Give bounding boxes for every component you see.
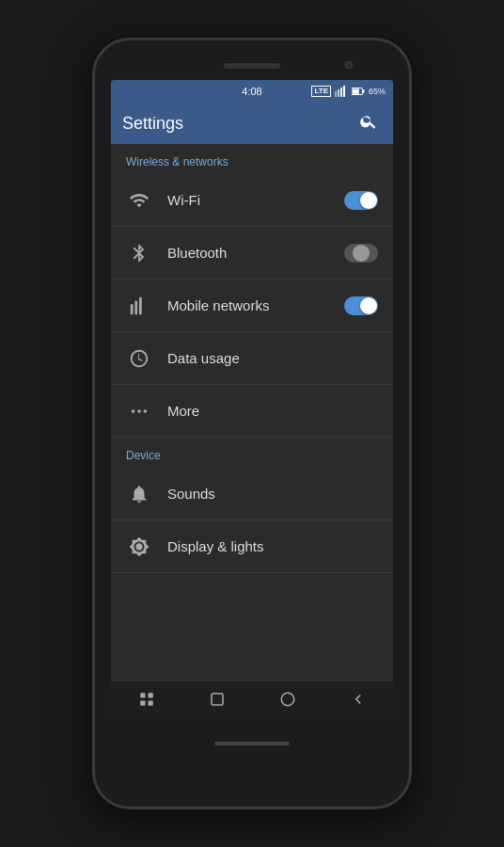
bell-icon <box>129 484 150 504</box>
wifi-icon <box>129 190 150 211</box>
svg-rect-16 <box>148 700 152 705</box>
more-label: More <box>167 403 378 419</box>
settings-content: Wireless & networks Wi-Fi <box>111 144 393 680</box>
search-button[interactable] <box>355 108 382 139</box>
bluetooth-icon-container <box>126 243 152 264</box>
sounds-icon-container <box>126 484 152 504</box>
status-time: 4:08 <box>242 86 261 97</box>
mobile-label: Mobile networks <box>167 297 344 313</box>
battery-icon <box>352 86 365 97</box>
svg-rect-15 <box>140 700 145 705</box>
svg-rect-2 <box>340 88 342 97</box>
data-icon-container <box>126 348 152 369</box>
display-label: Display & lights <box>167 538 378 554</box>
settings-item-more[interactable]: More <box>111 385 393 438</box>
svg-point-10 <box>132 409 135 413</box>
wifi-label: Wi-Fi <box>167 192 344 208</box>
svg-rect-13 <box>140 693 145 697</box>
home-bar <box>214 742 290 745</box>
phone-frame: 4:08 LTE 65% Settings <box>92 38 412 809</box>
home-circle-icon <box>279 691 296 708</box>
front-camera <box>345 61 353 69</box>
section-header-device: Device <box>111 438 393 468</box>
phone-bottom <box>214 720 290 767</box>
settings-item-bluetooth[interactable]: Bluetooth <box>111 227 393 280</box>
bluetooth-label: Bluetooth <box>167 245 344 261</box>
battery-percent: 65% <box>369 87 386 96</box>
nav-menu-button[interactable] <box>127 685 166 717</box>
settings-item-sounds[interactable]: Sounds <box>111 468 393 520</box>
settings-item-mobile[interactable]: Mobile networks <box>111 280 393 332</box>
svg-point-18 <box>281 693 294 706</box>
data-usage-icon <box>129 348 150 369</box>
speaker <box>224 63 280 69</box>
nav-home-button[interactable] <box>268 685 307 717</box>
signal-icon <box>335 86 348 97</box>
wifi-toggle[interactable] <box>344 191 378 210</box>
svg-rect-8 <box>134 300 137 314</box>
svg-rect-0 <box>335 91 337 97</box>
mobile-toggle[interactable] <box>344 296 378 315</box>
back-arrow-icon <box>350 691 367 708</box>
search-icon <box>359 112 378 131</box>
app-bar-title: Settings <box>122 114 183 134</box>
phone-top <box>95 52 409 80</box>
sounds-label: Sounds <box>167 486 378 502</box>
svg-rect-3 <box>343 86 345 97</box>
svg-rect-1 <box>338 89 339 97</box>
section-header-wireless: Wireless & networks <box>111 144 393 174</box>
lte-badge: LTE <box>311 86 331 97</box>
svg-point-12 <box>144 409 148 413</box>
settings-item-data[interactable]: Data usage <box>111 332 393 385</box>
app-bar: Settings <box>111 103 393 144</box>
settings-item-wifi[interactable]: Wi-Fi <box>111 174 393 227</box>
bluetooth-icon <box>129 243 150 264</box>
status-bar: 4:08 LTE 65% <box>111 80 393 103</box>
menu-grid-icon <box>138 691 155 708</box>
signal-bars-icon <box>129 296 150 316</box>
settings-item-display[interactable]: Display & lights <box>111 520 393 573</box>
svg-rect-5 <box>363 89 365 93</box>
svg-rect-9 <box>139 296 142 313</box>
bluetooth-toggle[interactable] <box>344 244 378 263</box>
data-label: Data usage <box>167 350 378 366</box>
wifi-icon-container <box>126 190 152 211</box>
status-icons: LTE 65% <box>311 86 386 97</box>
nav-recents-button[interactable] <box>197 685 237 717</box>
phone-screen: 4:08 LTE 65% Settings <box>111 80 393 720</box>
bottom-nav <box>111 680 393 720</box>
display-icon-container <box>126 536 152 557</box>
brightness-icon <box>129 536 150 557</box>
svg-rect-14 <box>148 693 152 697</box>
square-icon <box>209 691 226 708</box>
svg-rect-17 <box>212 694 223 705</box>
nav-back-button[interactable] <box>339 685 378 717</box>
svg-rect-6 <box>353 88 359 93</box>
svg-rect-7 <box>131 304 134 314</box>
more-dots-icon <box>129 401 150 422</box>
svg-point-11 <box>137 409 141 413</box>
mobile-icon-container <box>126 296 152 316</box>
more-icon-container <box>126 401 152 422</box>
